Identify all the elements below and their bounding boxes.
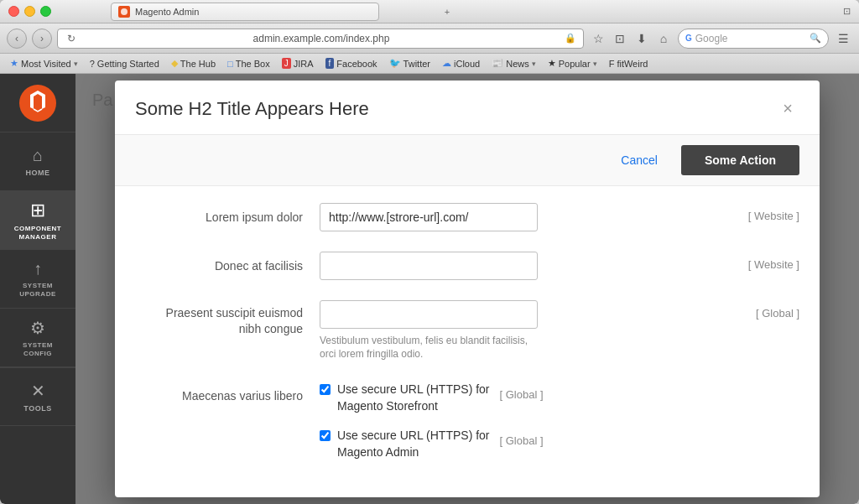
google-logo: G — [685, 34, 692, 43]
bookmark-label: fitWeird — [617, 59, 648, 69]
form-hint-praesent: Vestibulum vestibulum, felis eu blandit … — [320, 334, 538, 362]
fitweird-icon: F — [609, 59, 615, 69]
forward-button[interactable]: › — [32, 29, 52, 49]
component-manager-icon: ⊞ — [30, 200, 45, 221]
popular-icon: ★ — [548, 58, 556, 69]
modal-close-button[interactable]: × — [776, 97, 799, 121]
https-admin-checkbox[interactable] — [320, 430, 331, 441]
new-tab-button[interactable]: + — [439, 3, 456, 20]
bookmark-facebook[interactable]: f Facebook — [320, 56, 383, 70]
twitter-icon: 🐦 — [389, 58, 401, 69]
bookmark-icloud[interactable]: ☁ iCloud — [437, 56, 485, 70]
sidebar-item-system-config-label: SYSTEMCONFIG — [23, 341, 53, 357]
bookmark-label: The Hub — [180, 59, 216, 69]
extra-toolbar-icons: ☰ — [834, 29, 852, 48]
bookmark-getting-started[interactable]: ? Getting Started — [85, 57, 164, 70]
address-bar[interactable]: ↻ admin.example.com/index.php 🔒 — [57, 29, 584, 49]
bookmark-label: Twitter — [403, 59, 430, 69]
bookmark-jira[interactable]: J JIRA — [277, 56, 319, 70]
search-placeholder: Google — [695, 33, 806, 44]
browser-frame: Magento Admin + ⊡ ‹ › ↻ admin.example.co… — [0, 0, 859, 504]
sidebar-logo[interactable] — [0, 74, 75, 132]
sidebar-item-system-config[interactable]: ⚙ SYSTEMCONFIG — [0, 309, 75, 367]
tab-bar: Magento Admin — [111, 3, 379, 21]
checkbox-row-admin: Use secure URL (HTTPS) forMagento Admin … — [320, 428, 799, 460]
modal-title: Some H2 Title Appears Here — [135, 98, 369, 120]
facebook-icon: f — [325, 58, 335, 69]
download-icon[interactable]: ⬇ — [633, 29, 651, 48]
system-config-icon: ⚙ — [30, 318, 45, 338]
form-label-praesent: Praesent suscipit euismodnibh congue — [135, 300, 320, 338]
dropdown-arrow-icon: ▾ — [532, 60, 536, 68]
back-button[interactable]: ‹ — [7, 29, 27, 49]
modal-header: Some H2 Title Appears Here × — [115, 81, 820, 135]
home-nav-icon: ⌂ — [33, 146, 43, 165]
cancel-button[interactable]: Cancel — [607, 147, 671, 174]
refresh-button[interactable]: ↻ — [65, 32, 78, 45]
sidebar-item-tools[interactable]: ✕ TOOLS — [0, 367, 75, 426]
form-scope-storefront: [ Global ] — [500, 382, 544, 401]
dropdown-arrow-icon: ▾ — [593, 60, 597, 68]
form-scope-lorem-ipsum: [ Website ] — [748, 203, 799, 222]
form-label-maecenas: Maecenas varius libero — [135, 382, 320, 405]
bookmark-label: Most Visited — [21, 59, 71, 69]
form-row-lorem-ipsum: Lorem ipsum dolor [ Website ] — [135, 203, 799, 231]
donec-input[interactable] — [320, 252, 538, 280]
bookmark-label: Popular — [559, 59, 591, 69]
bookmark-the-hub[interactable]: ◆ The Hub — [166, 56, 221, 70]
bookmark-twitter[interactable]: 🐦 Twitter — [384, 56, 435, 70]
bookmarks-bar: ★ Most Visited ▾ ? Getting Started ◆ The… — [0, 54, 859, 74]
minimize-window-button[interactable] — [24, 6, 35, 17]
modal-dialog: Some H2 Title Appears Here × Cancel Some… — [115, 81, 820, 498]
form-row-maecenas: Maecenas varius libero Use secure URL (H… — [135, 382, 799, 460]
bookmark-label: iCloud — [454, 59, 480, 69]
reader-view-icon[interactable]: ⊡ — [611, 29, 629, 48]
form-scope-praesent: [ Global ] — [756, 300, 799, 320]
some-action-button[interactable]: Some Action — [681, 145, 799, 175]
https-admin-label: Use secure URL (HTTPS) forMagento Admin — [337, 428, 490, 460]
sidebar: ⌂ HOME ⊞ COMPONENTMANAGER ↑ SYSTEMUPGRAD… — [0, 74, 75, 504]
form-field-lorem-ipsum — [320, 203, 738, 231]
sidebar-item-system-upgrade[interactable]: ↑ SYSTEMUPGRADE — [0, 250, 75, 309]
sidebar-item-tools-label: TOOLS — [23, 404, 51, 413]
dropdown-arrow-icon: ▾ — [74, 60, 78, 68]
icloud-icon: ☁ — [442, 58, 451, 69]
browser-titlebar: Magento Admin + ⊡ — [0, 0, 859, 23]
restore-window-button[interactable]: ⊡ — [843, 6, 851, 17]
bookmark-most-visited[interactable]: ★ Most Visited ▾ — [5, 56, 83, 70]
bookmark-label: JIRA — [294, 59, 314, 69]
home-icon[interactable]: ⌂ — [654, 29, 673, 48]
bookmark-label: News — [506, 59, 529, 69]
sidebar-item-component-manager[interactable]: ⊞ COMPONENTMANAGER — [0, 191, 75, 250]
search-bar[interactable]: G Google 🔍 — [678, 29, 829, 49]
address-text: admin.example.com/index.php — [78, 33, 565, 44]
form-row-donec: Donec at facilisis [ Website ] — [135, 252, 799, 280]
bookmark-label: Facebook — [336, 59, 377, 69]
maximize-window-button[interactable] — [40, 6, 51, 17]
lorem-ipsum-input[interactable] — [320, 203, 538, 231]
bookmark-popular[interactable]: ★ Popular ▾ — [543, 56, 602, 70]
bookmark-star-icon[interactable]: ☆ — [589, 29, 607, 48]
magento-logo-svg — [18, 84, 57, 122]
menu-icon[interactable]: ☰ — [834, 29, 852, 48]
bookmark-news[interactable]: 📰 News ▾ — [487, 56, 541, 70]
bookmark-the-box[interactable]: □ The Box — [222, 57, 275, 70]
sidebar-item-home[interactable]: ⌂ HOME — [0, 132, 75, 191]
form-scope-donec: [ Website ] — [748, 252, 799, 271]
search-icon[interactable]: 🔍 — [810, 33, 821, 44]
getting-started-icon: ? — [90, 59, 95, 69]
form-field-maecenas: Use secure URL (HTTPS) forMagento Storef… — [320, 382, 799, 460]
browser-toolbar: ‹ › ↻ admin.example.com/index.php 🔒 ☆ ⊡ … — [0, 23, 859, 54]
close-window-button[interactable] — [8, 6, 19, 17]
svg-point-0 — [121, 8, 128, 15]
praesent-input[interactable] — [320, 300, 538, 329]
modal-body: Lorem ipsum dolor [ Website ] Donec at f… — [115, 186, 820, 498]
https-storefront-label: Use secure URL (HTTPS) forMagento Storef… — [337, 382, 490, 414]
form-row-praesent: Praesent suscipit euismodnibh congue Ves… — [135, 300, 799, 362]
page-content: ⌂ HOME ⊞ COMPONENTMANAGER ↑ SYSTEMUPGRAD… — [0, 74, 859, 504]
https-storefront-checkbox[interactable] — [320, 384, 331, 395]
tools-icon: ✕ — [31, 381, 45, 401]
bookmark-fitweird[interactable]: F fitWeird — [604, 57, 653, 70]
ssl-icon: 🔒 — [565, 33, 576, 44]
sidebar-item-system-upgrade-label: SYSTEMUPGRADE — [19, 282, 56, 298]
